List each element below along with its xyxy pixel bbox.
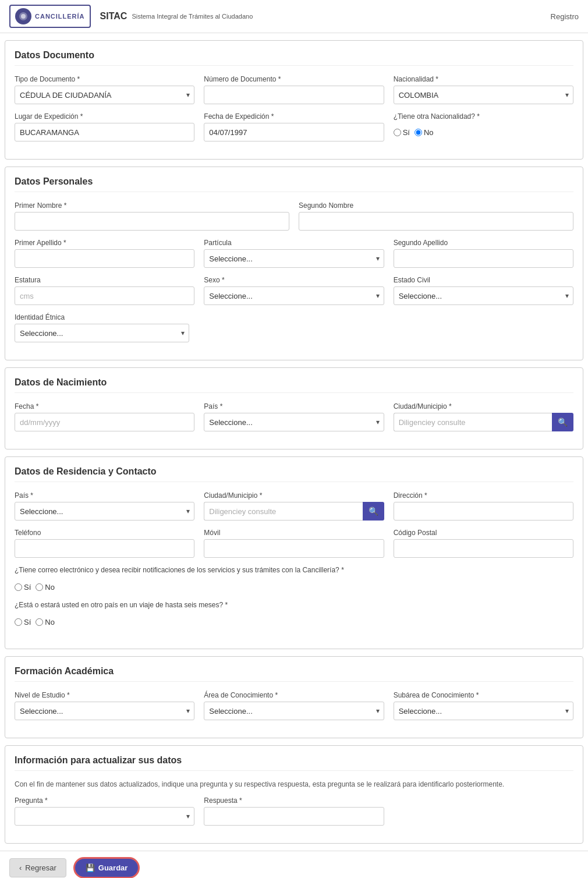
sitac-logo: SITAC Sistema Integral de Trámites al Ci… xyxy=(100,11,253,22)
primer-nombre-input[interactable] xyxy=(15,212,289,231)
particula-select[interactable]: Seleccione... xyxy=(204,249,384,268)
segundo-nombre-group: Segundo Nombre xyxy=(299,201,573,231)
estatura-label: Estatura xyxy=(15,276,194,284)
sexo-label: Sexo * xyxy=(204,276,384,284)
correo-si-label[interactable]: Sí xyxy=(15,583,31,592)
correo-si-radio[interactable] xyxy=(15,583,22,591)
otra-nacionalidad-no-label[interactable]: No xyxy=(415,128,434,137)
logo-circle-icon xyxy=(15,8,31,24)
segundo-nombre-label: Segundo Nombre xyxy=(299,201,573,210)
lugar-expedicion-input[interactable] xyxy=(15,123,194,141)
nacimiento-ciudad-search-button[interactable]: 🔍 xyxy=(552,413,573,431)
viaje-no-radio[interactable] xyxy=(36,618,43,626)
viaje-si-label[interactable]: Sí xyxy=(15,618,31,626)
personal-row-2: Primer Apellido * Partícula Seleccione..… xyxy=(15,239,573,268)
subarea-conocimiento-select-wrapper[interactable]: Seleccione... xyxy=(394,702,573,720)
lugar-expedicion-group: Lugar de Expedición * xyxy=(15,112,194,141)
primer-apellido-label: Primer Apellido * xyxy=(15,239,194,247)
tipo-documento-select[interactable]: CÉDULA DE CIUDADANÍA xyxy=(15,86,194,104)
sexo-select-wrapper[interactable]: Seleccione... xyxy=(204,286,384,305)
estado-civil-select[interactable]: Seleccione... xyxy=(394,286,573,305)
codigo-postal-label: Código Postal xyxy=(394,529,573,537)
nivel-estudio-select-wrapper[interactable]: Seleccione... xyxy=(15,702,194,720)
pregunta-select-wrapper[interactable] xyxy=(15,807,194,826)
nacimiento-ciudad-input[interactable] xyxy=(394,413,552,431)
estatura-input[interactable] xyxy=(15,286,194,305)
regresar-label: Regresar xyxy=(25,863,56,872)
estado-civil-select-wrapper[interactable]: Seleccione... xyxy=(394,286,573,305)
viaje-si-radio[interactable] xyxy=(15,618,22,626)
sitac-title: SITAC xyxy=(100,11,127,22)
nacionalidad-select-wrapper[interactable]: COLOMBIA xyxy=(394,86,573,104)
residencia-direccion-input[interactable] xyxy=(394,502,573,521)
datos-residencia-title: Datos de Residencia y Contacto xyxy=(15,466,573,482)
telefono-input[interactable] xyxy=(15,539,194,558)
area-conocimiento-select[interactable]: Seleccione... xyxy=(204,702,384,720)
estado-civil-label: Estado Civil xyxy=(394,276,573,284)
sexo-select[interactable]: Seleccione... xyxy=(204,286,384,305)
otra-nacionalidad-si-label[interactable]: Sí xyxy=(394,128,410,137)
formacion-row-1: Nivel de Estudio * Seleccione... Área de… xyxy=(15,691,573,720)
registro-link[interactable]: Registro xyxy=(551,12,579,21)
viaje-no-label[interactable]: No xyxy=(36,618,55,626)
nacimiento-fecha-input[interactable] xyxy=(15,413,194,431)
codigo-postal-input[interactable] xyxy=(394,539,573,558)
nacimiento-pais-select[interactable]: Seleccione... xyxy=(204,413,384,431)
sexo-group: Sexo * Seleccione... xyxy=(204,276,384,305)
area-conocimiento-select-wrapper[interactable]: Seleccione... xyxy=(204,702,384,720)
regresar-icon: ‹ xyxy=(19,863,22,872)
guardar-button[interactable]: 💾 Guardar xyxy=(73,857,140,878)
correo-no-label[interactable]: No xyxy=(36,583,55,592)
primer-nombre-group: Primer Nombre * xyxy=(15,201,289,231)
nacionalidad-label: Nacionalidad * xyxy=(394,75,573,83)
nivel-estudio-select[interactable]: Seleccione... xyxy=(15,702,194,720)
identidad-etnica-select[interactable]: Seleccione... xyxy=(15,324,189,342)
fecha-expedicion-input[interactable] xyxy=(204,123,384,141)
segundo-nombre-input[interactable] xyxy=(299,212,573,231)
identidad-etnica-label: Identidad Étnica xyxy=(15,313,189,321)
primer-apellido-input[interactable] xyxy=(15,249,194,268)
nacionalidad-select[interactable]: COLOMBIA xyxy=(394,86,573,104)
residencia-pais-select[interactable]: Seleccione... xyxy=(15,502,194,521)
identidad-etnica-select-wrapper[interactable]: Seleccione... xyxy=(15,324,189,342)
nacimiento-pais-select-wrapper[interactable]: Seleccione... xyxy=(204,413,384,431)
otra-nacionalidad-radio-group: Sí No xyxy=(394,123,573,141)
subarea-conocimiento-select[interactable]: Seleccione... xyxy=(394,702,573,720)
numero-documento-label: Número de Documento * xyxy=(204,75,384,83)
respuesta-input[interactable] xyxy=(204,807,384,826)
nacimiento-pais-label: País * xyxy=(204,402,384,410)
residencia-pais-label: País * xyxy=(15,491,194,500)
otra-nacionalidad-no-radio[interactable] xyxy=(415,129,422,136)
residencia-ciudad-group: Ciudad/Municipio * 🔍 xyxy=(204,491,384,521)
datos-documento-title: Datos Documento xyxy=(15,50,573,66)
estatura-group: Estatura xyxy=(15,276,194,305)
residencia-pais-select-wrapper[interactable]: Seleccione... xyxy=(15,502,194,521)
guardar-icon: 💾 xyxy=(86,863,95,872)
informacion-actualizar-title: Información para actualizar sus datos xyxy=(15,755,573,771)
tipo-documento-select-wrapper[interactable]: CÉDULA DE CIUDADANÍA xyxy=(15,86,194,104)
movil-input[interactable] xyxy=(204,539,384,558)
regresar-button[interactable]: ‹ Regresar xyxy=(9,858,66,877)
segundo-apellido-input[interactable] xyxy=(394,249,573,268)
residencia-ciudad-input-group: 🔍 xyxy=(204,502,384,521)
datos-residencia-section: Datos de Residencia y Contacto País * Se… xyxy=(5,456,583,649)
tipo-documento-group: Tipo de Documento * CÉDULA DE CIUDADANÍA xyxy=(15,75,194,104)
guardar-label: Guardar xyxy=(98,863,128,872)
residencia-ciudad-input[interactable] xyxy=(204,502,362,521)
pregunta-select[interactable] xyxy=(15,807,194,826)
numero-documento-input[interactable] xyxy=(204,86,384,104)
correo-no-radio[interactable] xyxy=(36,583,43,591)
subarea-conocimiento-group: Subárea de Conocimiento * Seleccione... xyxy=(394,691,573,720)
nacimiento-row-1: Fecha * País * Seleccione... Ciudad/Muni… xyxy=(15,402,573,431)
doc-row-1: Tipo de Documento * CÉDULA DE CIUDADANÍA… xyxy=(15,75,573,104)
area-conocimiento-group: Área de Conocimiento * Seleccione... xyxy=(204,691,384,720)
otra-nacionalidad-si-radio[interactable] xyxy=(394,129,401,136)
pregunta-group: Pregunta * xyxy=(15,796,194,826)
residencia-ciudad-search-button[interactable]: 🔍 xyxy=(363,502,384,521)
formacion-academica-title: Formación Académica xyxy=(15,666,573,682)
particula-select-wrapper[interactable]: Seleccione... xyxy=(204,249,384,268)
codigo-postal-group: Código Postal xyxy=(394,529,573,558)
personal-row-1: Primer Nombre * Segundo Nombre xyxy=(15,201,573,231)
nivel-estudio-group: Nivel de Estudio * Seleccione... xyxy=(15,691,194,720)
nacionalidad-group: Nacionalidad * COLOMBIA xyxy=(394,75,573,104)
